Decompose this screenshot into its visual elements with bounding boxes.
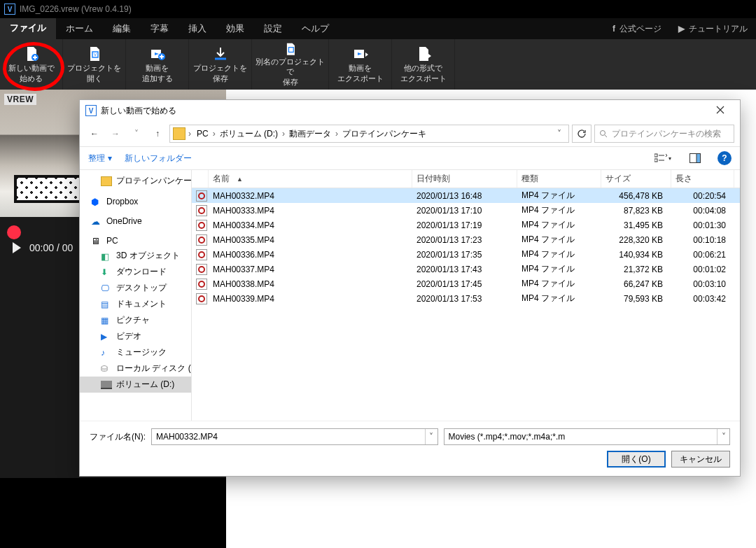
help-button[interactable]: ? bbox=[718, 151, 732, 165]
filename-value: MAH00332.MP4 bbox=[152, 432, 425, 442]
filter-dropdown[interactable]: ˅ bbox=[717, 429, 729, 444]
svg-point-7 bbox=[601, 131, 606, 136]
view-mode-button[interactable]: ▾ bbox=[653, 150, 673, 166]
breadcrumb-bar[interactable]: › PC›ボリューム (D:)›動画データ›プロテインパンケーキ ˅ bbox=[169, 125, 569, 143]
organize-menu[interactable]: 整理 ▾ bbox=[88, 153, 112, 164]
open-button[interactable]: 開く(O) bbox=[607, 451, 666, 468]
file-length: 00:01:02 bbox=[671, 265, 734, 274]
preview-pane-toggle[interactable] bbox=[685, 150, 705, 166]
ribbon-btn-1[interactable]: Vプロジェクトを開く bbox=[63, 39, 126, 90]
tree-item[interactable]: ビデオ bbox=[80, 328, 191, 344]
ribbon-btn-2[interactable]: 動画を追加する bbox=[126, 39, 189, 90]
breadcrumb-segment[interactable]: PC bbox=[194, 129, 211, 139]
col-size[interactable]: サイズ bbox=[601, 170, 671, 188]
col-name[interactable]: 名前▲ bbox=[209, 170, 412, 188]
col-length[interactable]: 長さ bbox=[671, 170, 734, 188]
sort-asc-icon: ▲ bbox=[237, 176, 243, 183]
menu-編集[interactable]: 編集 bbox=[103, 18, 141, 39]
breadcrumb-segment[interactable]: プロテインパンケーキ bbox=[340, 129, 429, 139]
nav-forward-button[interactable]: → bbox=[106, 125, 125, 143]
filename-history-dropdown[interactable]: ˅ bbox=[425, 429, 438, 444]
breadcrumb-dropdown[interactable]: ˅ bbox=[553, 129, 566, 139]
tree-item[interactable]: OneDrive bbox=[80, 214, 191, 228]
file-row[interactable]: MAH00333.MP42020/01/13 17:10MP4 ファイル87,8… bbox=[192, 203, 740, 218]
menu-ホーム[interactable]: ホーム bbox=[56, 18, 103, 39]
ribbon-btn-0[interactable]: 新しい動画で始める bbox=[0, 39, 63, 90]
ribbon-label-6-l1: 他の形式で bbox=[404, 64, 442, 73]
svg-text:V: V bbox=[93, 52, 96, 57]
file-date: 2020/01/13 17:43 bbox=[412, 265, 517, 274]
dialog-close-button[interactable] bbox=[706, 106, 734, 116]
svg-rect-11 bbox=[696, 154, 701, 163]
tree-item[interactable]: PC bbox=[80, 234, 191, 248]
breadcrumb-segment[interactable]: 動画データ bbox=[286, 129, 334, 139]
file-row[interactable]: MAH00334.MP42020/01/13 17:19MP4 ファイル31,4… bbox=[192, 218, 740, 232]
file-date: 2020/01/13 17:35 bbox=[412, 250, 517, 260]
chevron-right-icon: › bbox=[281, 129, 286, 139]
tree-item[interactable]: プロテインパンケー bbox=[80, 173, 191, 189]
ribbon-btn-6[interactable]: 他の形式でエクスポート bbox=[392, 39, 455, 90]
svg-rect-8 bbox=[654, 154, 657, 157]
tutorial-link[interactable]: ▶ チュートリアル bbox=[670, 18, 756, 39]
official-page-link-label: 公式ページ bbox=[620, 23, 662, 35]
tree-item[interactable]: ドキュメント bbox=[80, 296, 191, 312]
file-type: MP4 ファイル bbox=[517, 293, 601, 304]
col-type[interactable]: 種類 bbox=[517, 170, 601, 188]
tree-item[interactable]: 3D オブジェクト bbox=[80, 248, 191, 264]
file-name: MAH00334.MP4 bbox=[209, 220, 412, 230]
chevron-right-icon: › bbox=[187, 129, 192, 139]
ribbon-btn-5[interactable]: 動画をエクスポート bbox=[329, 39, 392, 90]
tree-item[interactable]: ローカル ディスク (C bbox=[80, 360, 191, 377]
desk-icon bbox=[101, 283, 112, 293]
menu-ヘルプ[interactable]: ヘルプ bbox=[292, 18, 339, 39]
vid-icon bbox=[101, 332, 112, 342]
official-page-link[interactable]: f 公式ページ bbox=[604, 18, 670, 39]
tree-item[interactable]: ミュージック bbox=[80, 344, 191, 360]
file-length: 00:10:18 bbox=[671, 235, 734, 245]
new-folder-button[interactable]: 新しいフォルダー bbox=[125, 153, 192, 164]
ribbon-label-5-l2: エクスポート bbox=[337, 74, 384, 83]
ribbon-btn-4[interactable]: 別名のプロジェクトで保存 bbox=[252, 39, 329, 90]
filename-input[interactable]: MAH00332.MP4 ˅ bbox=[151, 428, 438, 445]
menu-ファイル[interactable]: ファイル bbox=[0, 18, 56, 39]
play-icon[interactable] bbox=[13, 242, 21, 253]
pic-icon bbox=[101, 316, 112, 325]
file-row[interactable]: MAH00332.MP42020/01/13 16:48MP4 ファイル456,… bbox=[192, 188, 740, 203]
nav-up-button[interactable]: ↑ bbox=[148, 125, 167, 143]
dropbox-icon bbox=[91, 197, 102, 206]
file-row[interactable]: MAH00337.MP42020/01/13 17:43MP4 ファイル21,3… bbox=[192, 262, 740, 276]
tree-item[interactable]: Dropbox bbox=[80, 195, 191, 209]
refresh-button[interactable] bbox=[572, 125, 592, 143]
file-row[interactable]: MAH00339.MP42020/01/13 17:53MP4 ファイル79,5… bbox=[192, 291, 740, 306]
video-file-icon bbox=[196, 220, 207, 231]
tree-item-label: デスクトップ bbox=[116, 282, 167, 294]
file-length: 00:03:10 bbox=[671, 279, 734, 289]
file-row[interactable]: MAH00335.MP42020/01/13 17:23MP4 ファイル228,… bbox=[192, 232, 740, 247]
tree-item[interactable]: ボリューム (D:) bbox=[80, 377, 191, 393]
filetype-filter[interactable]: Movies (*.mp4;*.mov;*.m4a;*.m ˅ bbox=[444, 428, 731, 445]
menu-効果[interactable]: 効果 bbox=[216, 18, 254, 39]
tree-item[interactable]: ピクチャ bbox=[80, 312, 191, 328]
nav-back-button[interactable]: ← bbox=[85, 125, 104, 143]
dialog-title: 新しい動画で始める bbox=[101, 105, 176, 117]
app-titlebar: V IMG_0226.vrew (Vrew 0.4.19) bbox=[0, 0, 756, 18]
cancel-button[interactable]: キャンセル bbox=[671, 451, 730, 468]
file-row[interactable]: MAH00336.MP42020/01/13 17:35MP4 ファイル140,… bbox=[192, 247, 740, 262]
file-row[interactable]: MAH00338.MP42020/01/13 17:45MP4 ファイル66,2… bbox=[192, 276, 740, 291]
menu-設定[interactable]: 設定 bbox=[254, 18, 292, 39]
nav-recent-button[interactable]: ˅ bbox=[127, 125, 146, 143]
ribbon-btn-3[interactable]: プロジェクトを保存 bbox=[189, 39, 252, 90]
file-name: MAH00333.MP4 bbox=[209, 206, 412, 216]
col-date[interactable]: 日付時刻 bbox=[412, 170, 517, 188]
dialog-footer: ファイル名(N): MAH00332.MP4 ˅ Movies (*.mp4;*… bbox=[80, 421, 740, 476]
breadcrumb-segment[interactable]: ボリューム (D:) bbox=[217, 129, 281, 139]
file-size: 66,247 KB bbox=[601, 279, 671, 289]
tree-item[interactable]: ダウンロード bbox=[80, 264, 191, 280]
menu-挿入[interactable]: 挿入 bbox=[178, 18, 216, 39]
filter-value: Movies (*.mp4;*.mov;*.m4a;*.m bbox=[444, 432, 718, 442]
menu-字幕[interactable]: 字幕 bbox=[141, 18, 178, 39]
file-list-header: 名前▲ 日付時刻 種類 サイズ 長さ bbox=[192, 170, 740, 188]
search-input[interactable]: プロテインパンケーキの検索 bbox=[594, 125, 734, 143]
playhead-dot-icon[interactable] bbox=[7, 225, 21, 239]
tree-item[interactable]: デスクトップ bbox=[80, 280, 191, 296]
